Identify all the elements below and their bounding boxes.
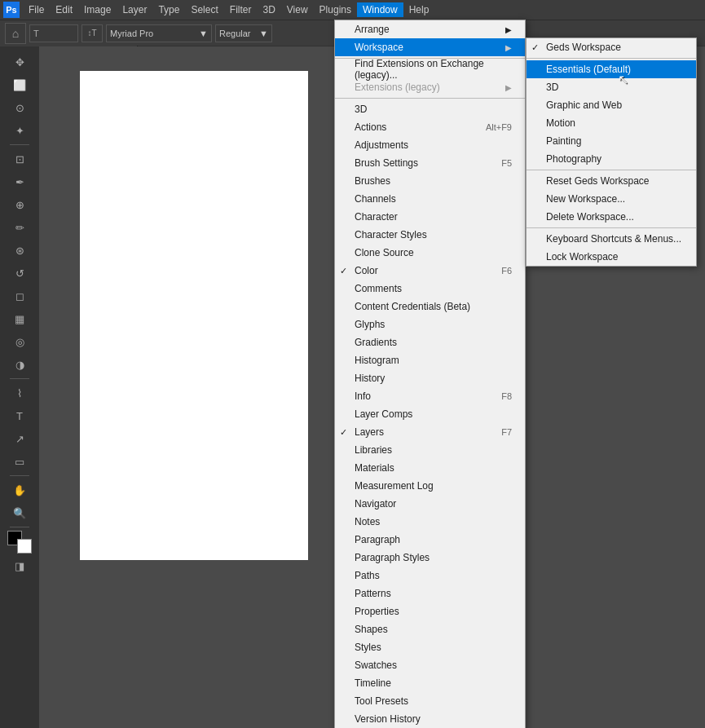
lasso-tool[interactable]: ⊙ xyxy=(7,97,32,118)
menu-channels[interactable]: Channels xyxy=(335,190,525,208)
ws-essentials[interactable]: Essentials (Default) xyxy=(527,60,696,78)
move-tool[interactable]: ✥ xyxy=(7,51,32,73)
menu-type[interactable]: Type xyxy=(152,2,185,17)
font-family-select[interactable]: Myriad Pro▼ xyxy=(106,24,212,42)
dodge-tool[interactable]: ◑ xyxy=(7,354,32,375)
menu-patterns[interactable]: Patterns xyxy=(335,585,525,602)
gradient-tool[interactable]: ▦ xyxy=(7,308,32,329)
ws-painting[interactable]: Painting xyxy=(527,132,696,150)
menu-styles[interactable]: Styles xyxy=(335,638,525,656)
menu-extensions-legacy[interactable]: Extensions (legacy) ▶ xyxy=(335,78,525,96)
menu-histogram[interactable]: Histogram xyxy=(335,351,525,369)
menu-select[interactable]: Select xyxy=(185,2,223,17)
menu-shapes[interactable]: Shapes xyxy=(335,620,525,638)
menu-brush-settings[interactable]: Brush Settings F5 xyxy=(335,154,525,172)
magic-wand-tool[interactable]: ✦ xyxy=(7,120,32,141)
window-menu-dropdown: Arrange ▶ Workspace ▶ ✓ Geds Workspace E… xyxy=(334,20,526,728)
menu-version-history[interactable]: Version History xyxy=(335,710,525,728)
menu-plugins[interactable]: Plugins xyxy=(314,2,357,17)
menu-paths[interactable]: Paths xyxy=(335,567,525,585)
eyedropper-tool[interactable]: ✒ xyxy=(7,171,32,192)
menu-edit[interactable]: Edit xyxy=(50,2,78,17)
menu-character[interactable]: Character xyxy=(335,208,525,226)
app-logo: Ps xyxy=(3,2,20,18)
history-brush-tool[interactable]: ↺ xyxy=(7,263,32,284)
menu-bar: Ps File Edit Image Layer Type Select Fil… xyxy=(0,0,705,20)
menu-layers[interactable]: ✓ Layers F7 xyxy=(335,423,525,441)
menu-navigator[interactable]: Navigator xyxy=(335,495,525,513)
type-tool[interactable]: T xyxy=(7,405,32,426)
menu-glyphs[interactable]: Glyphs xyxy=(335,315,525,333)
menu-actions[interactable]: Actions Alt+F9 xyxy=(335,118,525,136)
menu-file[interactable]: File xyxy=(23,2,50,17)
tool-separator-3 xyxy=(10,475,29,476)
menu-3d[interactable]: 3D xyxy=(335,100,525,118)
ws-reset[interactable]: Reset Geds Workspace xyxy=(527,172,696,190)
rect-select-tool[interactable]: ⬜ xyxy=(7,74,32,95)
ws-3d[interactable]: 3D xyxy=(527,78,696,96)
shape-tool[interactable]: ▭ xyxy=(7,451,32,472)
menu-brushes[interactable]: Brushes xyxy=(335,172,525,190)
menu-filter[interactable]: Filter xyxy=(224,2,258,17)
home-button[interactable]: ⌂ xyxy=(5,23,26,44)
quick-mask-tool[interactable]: ◨ xyxy=(7,555,32,576)
menu-comments[interactable]: Comments xyxy=(335,280,525,298)
menu-clone-source[interactable]: Clone Source xyxy=(335,244,525,262)
menu-swatches[interactable]: Swatches xyxy=(335,656,525,674)
menu-character-styles[interactable]: Character Styles xyxy=(335,226,525,244)
menu-tool-presets[interactable]: Tool Presets xyxy=(335,692,525,710)
menu-history[interactable]: History xyxy=(335,369,525,387)
pen-tool[interactable]: ⌇ xyxy=(7,382,32,404)
menu-paragraph-styles[interactable]: Paragraph Styles xyxy=(335,549,525,567)
tool-separator-2 xyxy=(10,378,29,379)
menu-arrange[interactable]: Arrange ▶ xyxy=(335,20,525,38)
text-orient-btn[interactable]: ↕T xyxy=(82,24,103,42)
path-select-tool[interactable]: ↗ xyxy=(7,428,32,449)
menu-view[interactable]: View xyxy=(281,2,314,17)
tool-separator-1 xyxy=(10,144,29,145)
menu-notes[interactable]: Notes xyxy=(335,513,525,531)
window-menu-panel: Arrange ▶ Workspace ▶ ✓ Geds Workspace E… xyxy=(334,20,526,728)
ws-motion[interactable]: Motion xyxy=(527,114,696,132)
menu-content-credentials[interactable]: Content Credentials (Beta) xyxy=(335,298,525,315)
hand-tool[interactable]: ✋ xyxy=(7,479,32,501)
menu-layer-comps[interactable]: Layer Comps xyxy=(335,405,525,423)
ws-sep1 xyxy=(527,58,696,59)
menu-adjustments[interactable]: Adjustments xyxy=(335,136,525,154)
ws-keyboard-shortcuts[interactable]: Keyboard Shortcuts & Menus... xyxy=(527,230,696,248)
menu-measurement-log[interactable]: Measurement Log xyxy=(335,477,525,495)
menu-gradients[interactable]: Gradients xyxy=(335,333,525,351)
zoom-tool[interactable]: 🔍 xyxy=(7,502,32,523)
text-tool-btn[interactable]: T xyxy=(29,24,78,42)
menu-3d[interactable]: 3D xyxy=(257,2,280,17)
ws-geds[interactable]: ✓ Geds Workspace xyxy=(527,38,696,56)
ws-new[interactable]: New Workspace... xyxy=(527,190,696,208)
menu-help[interactable]: Help xyxy=(403,2,435,17)
ws-lock[interactable]: Lock Workspace xyxy=(527,248,696,266)
menu-color[interactable]: ✓ Color F6 xyxy=(335,262,525,280)
ws-photography[interactable]: Photography xyxy=(527,150,696,168)
menu-properties[interactable]: Properties xyxy=(335,602,525,620)
menu-timeline[interactable]: Timeline xyxy=(335,674,525,692)
crop-tool[interactable]: ⊡ xyxy=(7,148,32,170)
eraser-tool[interactable]: ◻ xyxy=(7,285,32,307)
menu-info[interactable]: Info F8 xyxy=(335,387,525,405)
menu-layer[interactable]: Layer xyxy=(117,2,152,17)
menu-libraries[interactable]: Libraries xyxy=(335,441,525,459)
workspace-submenu: ✓ Geds Workspace Essentials (Default) 3D… xyxy=(526,38,697,267)
menu-sep2 xyxy=(335,98,525,99)
brush-tool[interactable]: ✏ xyxy=(7,217,32,238)
menu-workspace[interactable]: Workspace ▶ ✓ Geds Workspace Essentials … xyxy=(335,38,525,56)
color-swatch[interactable] xyxy=(7,531,32,554)
menu-window[interactable]: Window xyxy=(357,2,403,17)
clone-stamp-tool[interactable]: ⊛ xyxy=(7,240,32,261)
ws-graphic-web[interactable]: Graphic and Web xyxy=(527,96,696,114)
ws-delete[interactable]: Delete Workspace... xyxy=(527,208,696,226)
menu-image[interactable]: Image xyxy=(78,2,117,17)
menu-materials[interactable]: Materials xyxy=(335,459,525,477)
menu-find-extensions[interactable]: Find Extensions on Exchange (legacy)... xyxy=(335,60,525,78)
font-style-select[interactable]: Regular▼ xyxy=(215,24,272,42)
blur-tool[interactable]: ◎ xyxy=(7,331,32,352)
spot-healing-tool[interactable]: ⊕ xyxy=(7,194,32,215)
menu-paragraph[interactable]: Paragraph xyxy=(335,531,525,549)
